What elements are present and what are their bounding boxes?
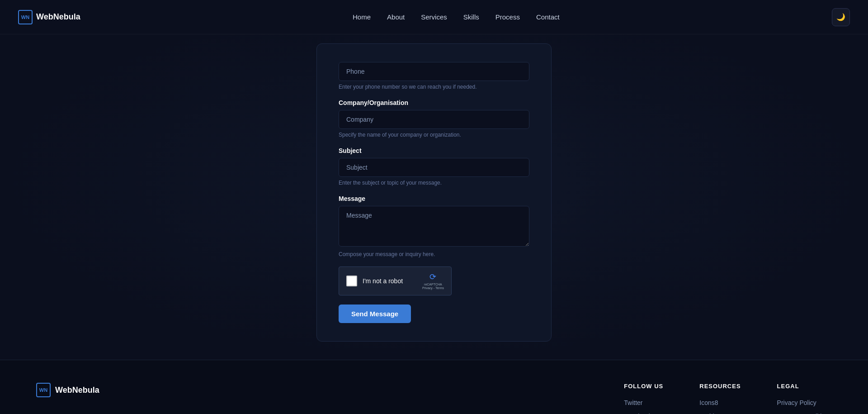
send-message-button[interactable]: Send Message [339, 305, 411, 323]
dark-mode-button[interactable]: 🌙 [832, 8, 850, 26]
footer-legal: LEGAL Privacy Policy Terms & Conditions [777, 383, 832, 414]
footer-columns: FOLLOW US Twitter Facebook RESOURCES Ico… [624, 383, 832, 414]
subject-hint: Enter the subject or topic of your messa… [339, 180, 529, 186]
subject-input[interactable] [339, 158, 529, 177]
footer-logo-icon: WN [36, 383, 51, 397]
nav-about[interactable]: About [387, 13, 405, 21]
nav-contact[interactable]: Contact [536, 13, 560, 21]
nav-right: 🌙 [832, 8, 850, 26]
phone-field-group: Enter your phone number so we can reach … [339, 62, 529, 90]
recaptcha-label: I'm not a robot [363, 277, 417, 285]
company-hint: Specify the name of your company or orga… [339, 132, 529, 138]
footer-follow-us: FOLLOW US Twitter Facebook [624, 383, 663, 414]
follow-us-heading: FOLLOW US [624, 383, 663, 390]
recaptcha-brand: reCAPTCHAPrivacy - Terms [422, 283, 444, 290]
logo-icon: WN [18, 10, 33, 24]
message-hint: Compose your message or inquiry here. [339, 251, 529, 257]
company-input[interactable] [339, 110, 529, 129]
recaptcha-icon: ⟳ [429, 272, 436, 282]
recaptcha-logo: ⟳ reCAPTCHAPrivacy - Terms [422, 272, 444, 290]
nav-links: Home About Services Skills Process Conta… [353, 13, 560, 21]
message-label: Message [339, 195, 529, 202]
nav-home[interactable]: Home [353, 13, 371, 21]
phone-input[interactable] [339, 62, 529, 81]
contact-form-container: Enter your phone number so we can reach … [316, 43, 552, 342]
footer-resources: RESOURCES Icons8 Techicons [699, 383, 741, 414]
subject-label: Subject [339, 147, 529, 154]
nav-process[interactable]: Process [495, 13, 520, 21]
company-field-group: Company/Organisation Specify the name of… [339, 99, 529, 138]
follow-us-list: Twitter Facebook [624, 399, 663, 414]
nav-skills[interactable]: Skills [463, 13, 479, 21]
nav-services[interactable]: Services [421, 13, 447, 21]
footer-icons8-link[interactable]: Icons8 [699, 399, 718, 406]
nav-logo[interactable]: WN WebNebula [18, 10, 80, 24]
recaptcha-widget[interactable]: I'm not a robot ⟳ reCAPTCHAPrivacy - Ter… [339, 266, 452, 295]
footer-brand-name: WebNebula [55, 385, 99, 395]
navbar: WN WebNebula Home About Services Skills … [0, 0, 868, 34]
resources-list: Icons8 Techicons [699, 399, 741, 414]
company-label: Company/Organisation [339, 99, 529, 106]
brand-name: WebNebula [36, 12, 80, 22]
footer: WN WebNebula FOLLOW US Twitter Facebook … [0, 360, 868, 414]
resources-heading: RESOURCES [699, 383, 741, 390]
footer-privacy-policy-link[interactable]: Privacy Policy [777, 399, 816, 406]
recaptcha-checkbox[interactable] [346, 276, 357, 286]
message-field-group: Message Compose your message or inquiry … [339, 195, 529, 257]
footer-twitter-link[interactable]: Twitter [624, 399, 642, 406]
subject-field-group: Subject Enter the subject or topic of yo… [339, 147, 529, 186]
phone-hint: Enter your phone number so we can reach … [339, 84, 529, 90]
message-textarea[interactable] [339, 206, 529, 247]
footer-logo[interactable]: WN WebNebula [36, 383, 99, 397]
legal-list: Privacy Policy Terms & Conditions [777, 399, 832, 414]
main-content: Enter your phone number so we can reach … [0, 0, 868, 360]
legal-heading: LEGAL [777, 383, 832, 390]
